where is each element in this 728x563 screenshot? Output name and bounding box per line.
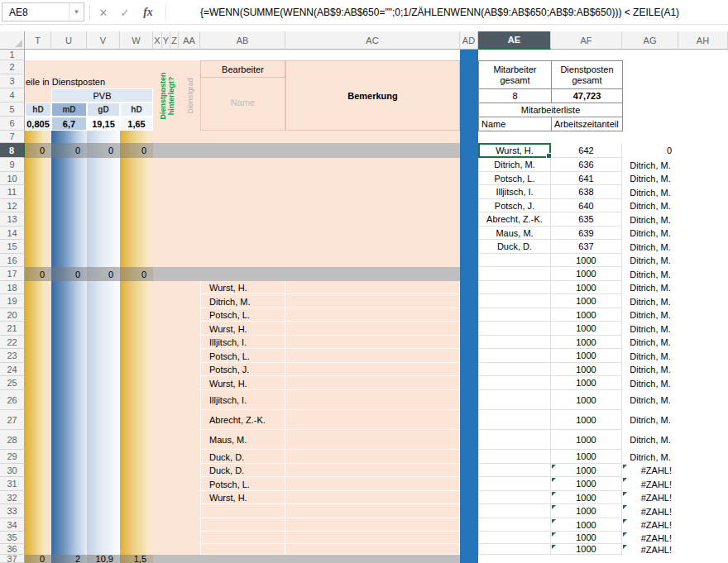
cell-AF20[interactable]: 1000 [551, 308, 622, 322]
cell-AF35[interactable]: 1000 [551, 532, 622, 544]
cell-AG20[interactable]: Ditrich, M. [622, 308, 678, 322]
cell-V8[interactable]: 0 [87, 143, 120, 158]
cell-AF11[interactable]: 638 [551, 185, 622, 199]
cell-W37[interactable]: 1,5 [120, 555, 153, 563]
cell-AC24[interactable] [285, 363, 460, 376]
cell-V37[interactable]: 10,9 [87, 555, 120, 563]
row-header-27[interactable]: 27 [0, 410, 25, 430]
cell-AG14[interactable]: Ditrich, M. [622, 227, 678, 240]
cell-AE13[interactable]: Abrecht, Z.-K. [478, 212, 551, 227]
row-header-20[interactable]: 20 [0, 308, 25, 322]
formula-input[interactable]: {=WENN(SUMME(WENN(AB$9:AB$650="";0;1/ZÄH… [200, 0, 728, 25]
cell-AF19[interactable]: 1000 [551, 294, 622, 308]
cell-AE20[interactable] [478, 308, 551, 322]
cell-AB18-name[interactable]: Wurst, H. [200, 281, 285, 294]
cell-AE22[interactable] [478, 336, 551, 349]
cell-AE14[interactable]: Maus, M. [478, 227, 551, 240]
cell-AC20[interactable] [285, 308, 460, 322]
cell-AE8[interactable]: Wurst, H. [478, 143, 551, 158]
cell-AF31[interactable]: 1000 [551, 477, 622, 491]
dienstposten-gesamt-value[interactable]: 47,723 [551, 88, 623, 103]
row-header-26[interactable]: 26 [0, 390, 25, 410]
cell-T8[interactable]: 0 [25, 143, 51, 158]
cell-AE25[interactable] [478, 376, 551, 390]
cell-AG8[interactable]: 0 [622, 143, 678, 158]
value-md[interactable]: 6,7 [51, 117, 87, 131]
cell-AB33[interactable] [200, 504, 285, 518]
cell-AB21-name[interactable]: Wurst, H. [200, 322, 285, 336]
cell-AG11[interactable]: Ditrich, M. [622, 185, 678, 199]
cell-AG17[interactable]: Ditrich, M. [622, 267, 678, 281]
column-header-AE[interactable]: AE [478, 31, 551, 50]
cell-AF17[interactable]: 1000 [551, 267, 622, 281]
cell-AG35[interactable]: #ZAHL! [622, 532, 678, 544]
column-header-Y[interactable]: Y [162, 31, 170, 50]
cell-AC34[interactable] [285, 518, 460, 532]
row-header-32[interactable]: 32 [0, 491, 25, 504]
cell-AB19-name[interactable]: Ditrich, M. [200, 294, 285, 308]
cell-AG28[interactable]: Ditrich, M. [622, 430, 678, 450]
cell-AF12[interactable]: 640 [551, 199, 622, 212]
cell-AB36[interactable] [200, 544, 285, 555]
mitarbeiter-gesamt-value[interactable]: 8 [478, 88, 552, 103]
cell-AF22[interactable]: 1000 [551, 336, 622, 349]
cell-AG33[interactable]: #ZAHL! [622, 504, 678, 518]
cancel-icon[interactable]: ✕ [93, 0, 114, 25]
cell-W17[interactable]: 0 [120, 267, 153, 281]
cell-AG27[interactable]: Ditrich, M. [622, 410, 678, 430]
cell-AG25[interactable]: Ditrich, M. [622, 376, 678, 390]
insert-function-icon[interactable]: fx [136, 0, 160, 25]
cell-AE29[interactable] [478, 450, 551, 464]
cell-AE33[interactable] [478, 504, 551, 518]
cell-AG21[interactable]: Ditrich, M. [622, 322, 678, 336]
enter-icon[interactable]: ✓ [114, 0, 136, 25]
cell-AC28[interactable] [285, 430, 460, 450]
cell-AC25[interactable] [285, 376, 460, 390]
cell-AB34[interactable] [200, 518, 285, 532]
cell-AG18[interactable]: Ditrich, M. [622, 281, 678, 294]
cell-AC19[interactable] [285, 294, 460, 308]
row-header-1[interactable]: 1 [0, 50, 25, 60]
row-header-21[interactable]: 21 [0, 322, 25, 336]
cell-AG9[interactable]: Ditrich, M. [622, 158, 678, 172]
cell-U17[interactable]: 0 [51, 267, 87, 281]
cell-AE15[interactable]: Duck, D. [478, 240, 551, 254]
cell-AC18[interactable] [285, 281, 460, 294]
cell-AB27-name[interactable]: Abrecht, Z.-K. [200, 410, 285, 430]
cell-AE12[interactable]: Potsch, J. [478, 199, 551, 212]
name-box-dropdown-icon[interactable]: ▼ [69, 3, 84, 21]
cell-AG13[interactable]: Ditrich, M. [622, 212, 678, 227]
cell-AE31[interactable] [478, 477, 551, 491]
cell-AF9[interactable]: 636 [551, 158, 622, 172]
row-header-10[interactable]: 10 [0, 172, 25, 185]
column-header-X[interactable]: X [153, 31, 162, 50]
cell-AE30[interactable] [478, 464, 551, 477]
cell-AE23[interactable] [478, 349, 551, 363]
cell-AE26[interactable] [478, 390, 551, 410]
column-header-AF[interactable]: AF [551, 31, 622, 50]
cell-AF14[interactable]: 639 [551, 227, 622, 240]
cell-AC36[interactable] [285, 544, 460, 555]
cell-U37[interactable]: 2 [51, 555, 87, 563]
column-header-AG[interactable]: AG [622, 31, 678, 50]
cell-AF26[interactable]: 1000 [551, 390, 622, 410]
row-header-24[interactable]: 24 [0, 363, 25, 376]
row-header-17[interactable]: 17 [0, 267, 25, 281]
cell-AG10[interactable]: Ditrich, M. [622, 172, 678, 185]
column-header-Z[interactable]: Z [170, 31, 179, 50]
value-hd-1[interactable]: 0,805 [25, 117, 51, 131]
cell-AG34[interactable]: #ZAHL! [622, 518, 678, 532]
cell-T17[interactable]: 0 [25, 267, 51, 281]
column-header-V[interactable]: V [87, 31, 120, 50]
cell-AG29[interactable]: Ditrich, M. [622, 450, 678, 464]
cell-AE10[interactable]: Potsch, L. [478, 172, 551, 185]
cell-AE24[interactable] [478, 363, 551, 376]
cell-AF30[interactable]: 1000 [551, 464, 622, 477]
cell-AC31[interactable] [285, 477, 460, 491]
cell-AF27[interactable]: 1000 [551, 410, 622, 430]
column-header-AC[interactable]: AC [285, 31, 460, 50]
cell-AB35[interactable] [200, 532, 285, 544]
cell-AF18[interactable]: 1000 [551, 281, 622, 294]
cell-AE35[interactable] [478, 532, 551, 544]
cell-AE27[interactable] [478, 410, 551, 430]
